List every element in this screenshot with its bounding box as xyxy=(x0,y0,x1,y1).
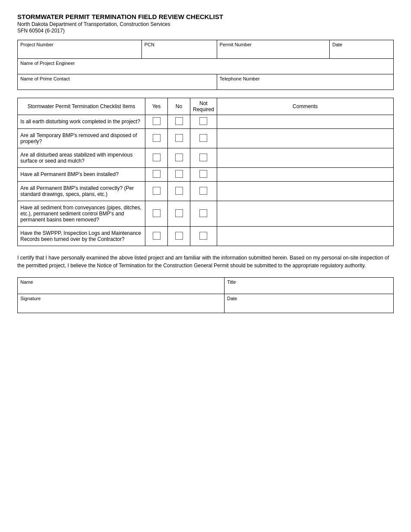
checkbox-yes-row-3[interactable] xyxy=(145,168,168,182)
checkbox-box-not-required[interactable] xyxy=(199,209,207,217)
checkbox-yes-row-4[interactable] xyxy=(145,182,168,201)
checkbox-yes-row-2[interactable] xyxy=(145,148,168,168)
name-label: Name xyxy=(20,279,222,285)
checklist-comment-cell xyxy=(217,168,393,182)
checkbox-box-yes[interactable] xyxy=(153,170,161,178)
checkbox-box-not-required[interactable] xyxy=(199,170,207,178)
project-engineer-label: Name of Project Engineer xyxy=(20,61,391,66)
checklist-comment-cell xyxy=(217,182,393,201)
checkbox-box-no[interactable] xyxy=(175,117,183,125)
checklist-item-text: Is all earth disturbing work completed i… xyxy=(18,115,145,129)
checklist-comment-cell xyxy=(217,115,393,129)
checklist-row: Have the SWPPP, Inspection Logs and Main… xyxy=(18,227,394,246)
project-number-label: Project Number xyxy=(20,42,139,47)
prime-contact-label: Name of Prime Contact xyxy=(20,76,214,81)
pcn-label: PCN xyxy=(144,42,214,47)
checkbox-box-no[interactable] xyxy=(175,134,183,142)
col-header-not-required: Not Required xyxy=(190,98,217,115)
checkbox-no-row-0[interactable] xyxy=(168,115,190,129)
checkbox-no-row-3[interactable] xyxy=(168,168,190,182)
checklist-item-text: Are all disturbed areas stabilized with … xyxy=(18,148,145,168)
checklist-item-text: Are all Permanent BMP's installed correc… xyxy=(18,182,145,201)
checkbox-box-yes[interactable] xyxy=(153,117,161,125)
date-label: Date xyxy=(332,42,391,47)
checkbox-box-yes[interactable] xyxy=(153,134,161,142)
col-header-item: Stormwater Permit Termination Checklist … xyxy=(18,98,145,115)
checklist-comment-cell xyxy=(217,227,393,246)
checkbox-not-required-row-2[interactable] xyxy=(190,148,217,168)
permit-number-label: Permit Number xyxy=(220,42,327,47)
checkbox-not-required-row-5[interactable] xyxy=(190,201,217,227)
title-label: Title xyxy=(227,279,391,285)
col-header-no: No xyxy=(168,98,190,115)
checklist-comment-cell xyxy=(217,129,393,148)
checklist-comment-cell xyxy=(217,201,393,227)
checklist-row: Are all Temporary BMP's removed and disp… xyxy=(18,129,394,148)
checkbox-box-yes[interactable] xyxy=(153,187,161,195)
checkbox-box-no[interactable] xyxy=(175,187,183,195)
checklist-table: Stormwater Permit Termination Checklist … xyxy=(17,98,394,246)
checkbox-box-no[interactable] xyxy=(175,154,183,161)
page-subtitle: North Dakota Department of Transportatio… xyxy=(17,21,394,27)
checkbox-not-required-row-3[interactable] xyxy=(190,168,217,182)
checklist-item-text: Have the SWPPP, Inspection Logs and Main… xyxy=(18,227,145,246)
checkbox-no-row-2[interactable] xyxy=(168,148,190,168)
info-table: Project Number PCN Permit Number Date Na… xyxy=(17,40,394,90)
col-header-comments: Comments xyxy=(217,98,393,115)
checkbox-yes-row-0[interactable] xyxy=(145,115,168,129)
checkbox-box-not-required[interactable] xyxy=(199,187,207,195)
checklist-item-text: Are all Temporary BMP's removed and disp… xyxy=(18,129,145,148)
checklist-item-text: Have all sediment from conveyances (pipe… xyxy=(18,201,145,227)
form-number: SFN 60504 (6-2017) xyxy=(17,28,394,34)
telephone-label: Telephone Number xyxy=(220,76,391,81)
certification-text: I certify that I have personally examine… xyxy=(17,254,394,269)
checkbox-not-required-row-4[interactable] xyxy=(190,182,217,201)
checkbox-box-not-required[interactable] xyxy=(199,134,207,142)
sig-date-label: Date xyxy=(227,296,391,301)
checklist-item-text: Have all Permanent BMP's been installed? xyxy=(18,168,145,182)
checkbox-no-row-4[interactable] xyxy=(168,182,190,201)
checklist-row: Are all disturbed areas stabilized with … xyxy=(18,148,394,168)
signature-label: Signature xyxy=(20,296,222,301)
checklist-row: Is all earth disturbing work completed i… xyxy=(18,115,394,129)
checkbox-not-required-row-6[interactable] xyxy=(190,227,217,246)
checkbox-box-no[interactable] xyxy=(175,170,183,178)
checkbox-box-yes[interactable] xyxy=(153,232,161,240)
checkbox-box-not-required[interactable] xyxy=(199,154,207,161)
checkbox-yes-row-1[interactable] xyxy=(145,129,168,148)
checkbox-box-yes[interactable] xyxy=(153,209,161,217)
signature-table: Name Title Signature Date xyxy=(17,277,394,313)
checkbox-not-required-row-0[interactable] xyxy=(190,115,217,129)
checkbox-box-no[interactable] xyxy=(175,209,183,217)
checkbox-box-not-required[interactable] xyxy=(199,117,207,125)
checklist-row: Have all Permanent BMP's been installed? xyxy=(18,168,394,182)
checkbox-yes-row-5[interactable] xyxy=(145,201,168,227)
checkbox-box-no[interactable] xyxy=(175,232,183,240)
checkbox-yes-row-6[interactable] xyxy=(145,227,168,246)
checklist-comment-cell xyxy=(217,148,393,168)
checklist-row: Have all sediment from conveyances (pipe… xyxy=(18,201,394,227)
col-header-yes: Yes xyxy=(145,98,168,115)
checkbox-no-row-5[interactable] xyxy=(168,201,190,227)
checklist-row: Are all Permanent BMP's installed correc… xyxy=(18,182,394,201)
checkbox-box-not-required[interactable] xyxy=(199,232,207,240)
checkbox-no-row-6[interactable] xyxy=(168,227,190,246)
checkbox-not-required-row-1[interactable] xyxy=(190,129,217,148)
checkbox-box-yes[interactable] xyxy=(153,154,161,161)
page-title: STORMWATER PERMIT TERMINATION FIELD REVI… xyxy=(17,13,394,20)
checkbox-no-row-1[interactable] xyxy=(168,129,190,148)
